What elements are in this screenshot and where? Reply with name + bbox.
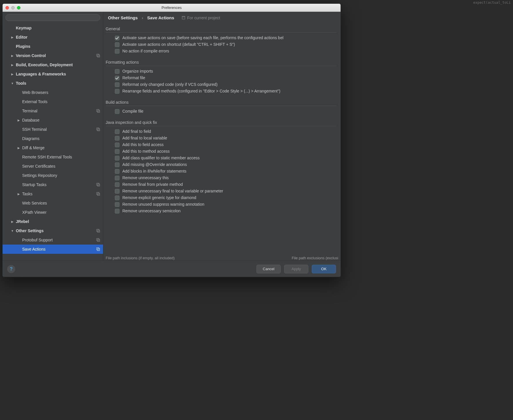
chevron-right-icon[interactable]: ▶ xyxy=(17,192,20,196)
sidebar-item-protobuf-support[interactable]: Protobuf Support xyxy=(3,235,103,245)
chevron-right-icon[interactable]: ▶ xyxy=(11,36,14,39)
chevron-down-icon[interactable]: ▼ xyxy=(11,229,14,232)
sidebar-item-diagrams[interactable]: Diagrams xyxy=(3,134,103,143)
search-input[interactable] xyxy=(5,14,100,21)
sidebar-item-jrebel[interactable]: ▶JRebel xyxy=(3,217,103,226)
chevron-down-icon[interactable]: ▼ xyxy=(11,82,14,85)
chevron-right-icon[interactable]: ▶ xyxy=(11,73,14,76)
sidebar: Keymap▶EditorPlugins▶Version Control▶Bui… xyxy=(3,12,103,261)
sidebar-item-web-browsers[interactable]: Web Browsers xyxy=(3,88,103,97)
sidebar-item-settings-repository[interactable]: Settings Repository xyxy=(3,171,103,180)
option-row[interactable]: Add this to field access xyxy=(115,142,337,147)
option-row[interactable]: Compile file xyxy=(115,109,337,114)
sidebar-item-editor[interactable]: ▶Editor xyxy=(3,33,103,42)
sidebar-item-plugins[interactable]: Plugins xyxy=(3,42,103,51)
svg-rect-6 xyxy=(97,128,99,130)
option-row[interactable]: Remove unnecessary semicolon xyxy=(115,209,337,213)
option-row[interactable]: Remove explicit generic type for diamond xyxy=(115,195,337,200)
chevron-right-icon[interactable]: ▶ xyxy=(11,63,14,67)
checkbox[interactable] xyxy=(115,176,119,180)
checkbox[interactable] xyxy=(115,196,119,200)
sidebar-item-build-execution-deployment[interactable]: ▶Build, Execution, Deployment xyxy=(3,60,103,69)
option-row[interactable]: Add class qualifier to static member acc… xyxy=(115,156,337,160)
checkbox[interactable] xyxy=(115,129,119,134)
option-row[interactable]: Remove unnecessary this xyxy=(115,175,337,180)
option-row[interactable]: Add final to field xyxy=(115,129,337,134)
checkbox[interactable] xyxy=(115,42,119,47)
sidebar-item-keymap[interactable]: Keymap xyxy=(3,23,103,33)
checkbox[interactable] xyxy=(115,156,119,160)
section-title: Java inspection and quick fix xyxy=(106,120,337,126)
checkbox[interactable] xyxy=(115,169,119,174)
option-label: Add class qualifier to static member acc… xyxy=(122,156,200,160)
sidebar-item-save-actions[interactable]: Save Actions xyxy=(3,245,103,254)
option-row[interactable]: Add blocks in if/while/for statements xyxy=(115,169,337,174)
checkbox[interactable] xyxy=(115,109,119,114)
chevron-right-icon[interactable]: ▶ xyxy=(17,119,20,122)
cancel-button[interactable]: Cancel xyxy=(256,265,281,273)
sidebar-item-startup-tasks[interactable]: Startup Tasks xyxy=(3,180,103,189)
option-label: Add final to local variable xyxy=(122,136,167,140)
option-row[interactable]: Activate save actions on save (before sa… xyxy=(115,35,337,40)
option-row[interactable]: Add final to local variable xyxy=(115,136,337,141)
chevron-right-icon[interactable]: ▶ xyxy=(11,54,14,57)
sidebar-item-version-control[interactable]: ▶Version Control xyxy=(3,51,103,60)
settings-tree: Keymap▶EditorPlugins▶Version Control▶Bui… xyxy=(3,23,103,261)
checkbox[interactable] xyxy=(115,82,119,87)
svg-rect-3 xyxy=(97,55,100,57)
apply-button[interactable]: Apply xyxy=(284,265,308,273)
sidebar-item-label: Tasks xyxy=(22,192,96,196)
breadcrumb-parent[interactable]: Other Settings xyxy=(108,15,138,20)
checkbox[interactable] xyxy=(115,209,119,213)
checkbox[interactable] xyxy=(115,189,119,194)
option-row[interactable]: Add this to method access xyxy=(115,149,337,154)
sidebar-item-remote-ssh-external-tools[interactable]: Remote SSH External Tools xyxy=(3,152,103,162)
sidebar-item-external-tools[interactable]: External Tools xyxy=(3,97,103,106)
option-row[interactable]: No action if compile errors xyxy=(115,49,337,54)
option-row[interactable]: Rearrange fields and methods (configured… xyxy=(115,89,337,94)
option-row[interactable]: Reformat only changed code (only if VCS … xyxy=(115,82,337,87)
option-row[interactable]: Activate save actions on shortcut (defau… xyxy=(115,42,337,47)
file-inclusions-label: File path inclusions (if empty, all incl… xyxy=(106,256,175,260)
traffic-lights xyxy=(3,6,20,10)
checkbox[interactable] xyxy=(115,76,119,80)
sidebar-item-ssh-terminal[interactable]: SSH Terminal xyxy=(3,125,103,134)
section-options: Add final to fieldAdd final to local var… xyxy=(106,128,337,217)
breadcrumb: Other Settings › Save Actions For curren… xyxy=(103,12,341,23)
checkbox[interactable] xyxy=(115,143,119,147)
option-row[interactable]: Remove unused suppress warning annotatio… xyxy=(115,202,337,207)
checkbox[interactable] xyxy=(115,182,119,187)
sidebar-item-web-services[interactable]: Web Services xyxy=(3,198,103,208)
option-row[interactable]: Reformat file xyxy=(115,75,337,80)
close-window-button[interactable] xyxy=(5,6,9,10)
chevron-right-icon[interactable]: ▶ xyxy=(11,220,14,223)
option-row[interactable]: Organize imports xyxy=(115,69,337,74)
zoom-window-button[interactable] xyxy=(17,6,20,10)
option-row[interactable]: Remove final from private method xyxy=(115,182,337,187)
option-row[interactable]: Remove unnecessary final to local variab… xyxy=(115,189,337,194)
option-row[interactable]: Add missing @Override annotations xyxy=(115,162,337,167)
checkbox[interactable] xyxy=(115,149,119,154)
checkbox[interactable] xyxy=(115,136,119,141)
svg-rect-4 xyxy=(97,109,99,112)
help-button[interactable]: ? xyxy=(7,265,15,273)
sidebar-item-server-certificates[interactable]: Server Certificates xyxy=(3,162,103,171)
ok-button[interactable]: OK xyxy=(312,265,336,273)
sidebar-item-languages-frameworks[interactable]: ▶Languages & Frameworks xyxy=(3,69,103,79)
chevron-right-icon[interactable]: ▶ xyxy=(17,146,20,150)
checkbox[interactable] xyxy=(115,89,119,94)
sidebar-item-xpath-viewer[interactable]: XPath Viewer xyxy=(3,208,103,217)
checkbox[interactable] xyxy=(115,69,119,74)
sidebar-item-terminal[interactable]: Terminal xyxy=(3,106,103,116)
sidebar-item-tasks[interactable]: ▶Tasks xyxy=(3,189,103,198)
sidebar-item-other-settings[interactable]: ▼Other Settings xyxy=(3,226,103,235)
checkbox[interactable] xyxy=(115,49,119,54)
checkbox[interactable] xyxy=(115,36,119,40)
sidebar-item-diff-merge[interactable]: ▶Diff & Merge xyxy=(3,143,103,152)
sidebar-item-database[interactable]: ▶Database xyxy=(3,116,103,125)
checkbox[interactable] xyxy=(115,162,119,167)
checkbox[interactable] xyxy=(115,202,119,207)
minimize-window-button[interactable] xyxy=(11,6,15,10)
svg-rect-2 xyxy=(97,54,99,56)
sidebar-item-tools[interactable]: ▼Tools xyxy=(3,79,103,88)
